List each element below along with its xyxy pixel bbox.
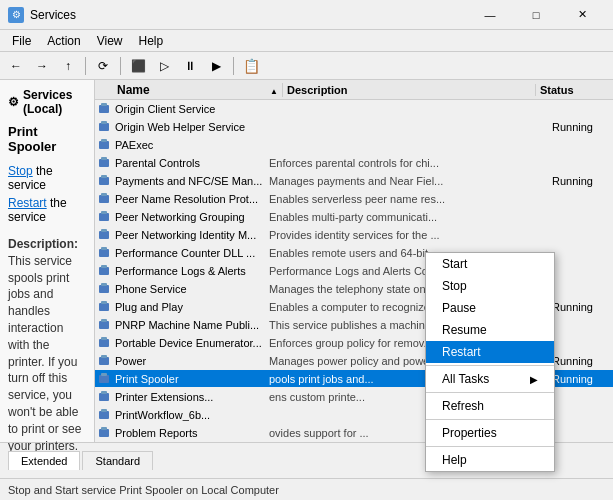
table-row[interactable]: Payments and NFC/SE Man... Manages payme… bbox=[95, 172, 613, 190]
service-icon bbox=[95, 424, 113, 442]
col-status-header[interactable]: Status bbox=[536, 84, 601, 96]
ctx-all-tasks[interactable]: All Tasks ▶ bbox=[426, 368, 554, 390]
refresh-button[interactable]: ⟳ bbox=[91, 55, 115, 77]
restart-service-button[interactable]: ▶ bbox=[204, 55, 228, 77]
sort-arrow bbox=[270, 83, 278, 97]
col-name-header[interactable]: Name bbox=[113, 83, 283, 97]
stop-action: Stop the service bbox=[8, 164, 86, 192]
tab-bar: Extended Standard bbox=[0, 451, 155, 470]
left-panel-title: Services (Local) bbox=[23, 88, 86, 116]
back-button[interactable]: ← bbox=[4, 55, 28, 77]
svg-rect-9 bbox=[101, 175, 107, 178]
ctx-separator-1 bbox=[426, 365, 554, 366]
service-icon bbox=[95, 226, 113, 244]
properties-button[interactable]: 📋 bbox=[239, 55, 263, 77]
svg-rect-30 bbox=[99, 375, 109, 383]
run-service-button[interactable]: ▷ bbox=[152, 55, 176, 77]
table-row[interactable]: Peer Networking Grouping Enables multi-p… bbox=[95, 208, 613, 226]
stop-service-button[interactable]: ⬛ bbox=[126, 55, 150, 77]
svg-rect-10 bbox=[99, 195, 109, 203]
ctx-pause[interactable]: Pause bbox=[426, 297, 554, 319]
title-bar-controls[interactable]: — □ ✕ bbox=[467, 0, 605, 30]
svg-rect-34 bbox=[99, 411, 109, 419]
title-bar-title: Services bbox=[30, 8, 76, 22]
service-icon bbox=[95, 316, 113, 334]
svg-rect-19 bbox=[101, 265, 107, 268]
ctx-help[interactable]: Help bbox=[426, 449, 554, 471]
svg-rect-1 bbox=[101, 103, 107, 106]
service-icon bbox=[95, 172, 113, 190]
svg-rect-12 bbox=[99, 213, 109, 221]
title-bar: ⚙ Services — □ ✕ bbox=[0, 0, 613, 30]
service-name: Origin Web Helper Service bbox=[113, 121, 265, 133]
service-icon bbox=[95, 154, 113, 172]
svg-rect-25 bbox=[101, 319, 107, 322]
context-menu[interactable]: Start Stop Pause Resume Restart All Task… bbox=[425, 252, 555, 472]
left-panel: ⚙ Services (Local) Print Spooler Stop th… bbox=[0, 80, 95, 442]
svg-rect-23 bbox=[101, 301, 107, 304]
service-desc: Enables multi-party communicati... bbox=[265, 211, 548, 223]
menu-file[interactable]: File bbox=[4, 32, 39, 50]
service-icon bbox=[95, 298, 113, 316]
menu-bar: File Action View Help bbox=[0, 30, 613, 52]
ctx-stop[interactable]: Stop bbox=[426, 275, 554, 297]
service-icon bbox=[95, 136, 113, 154]
ctx-start[interactable]: Start bbox=[426, 253, 554, 275]
svg-rect-32 bbox=[99, 393, 109, 401]
service-name: Printer Extensions... bbox=[113, 391, 265, 403]
svg-rect-13 bbox=[101, 211, 107, 214]
ctx-properties[interactable]: Properties bbox=[426, 422, 554, 444]
svg-rect-27 bbox=[101, 337, 107, 340]
title-bar-left: ⚙ Services bbox=[8, 7, 76, 23]
svg-rect-37 bbox=[101, 427, 107, 430]
maximize-button[interactable]: □ bbox=[513, 0, 559, 30]
service-desc: Enables serverless peer name res... bbox=[265, 193, 548, 205]
ctx-restart[interactable]: Restart bbox=[426, 341, 554, 363]
toolbar-separator-3 bbox=[233, 57, 234, 75]
minimize-button[interactable]: — bbox=[467, 0, 513, 30]
stop-link[interactable]: Stop bbox=[8, 164, 33, 178]
toolbar-separator-1 bbox=[85, 57, 86, 75]
menu-help[interactable]: Help bbox=[131, 32, 172, 50]
service-icon bbox=[95, 406, 113, 424]
menu-action[interactable]: Action bbox=[39, 32, 88, 50]
svg-rect-36 bbox=[99, 429, 109, 437]
left-panel-header: ⚙ Services (Local) bbox=[8, 88, 86, 116]
toolbar: ← → ↑ ⟳ ⬛ ▷ ⏸ ▶ 📋 bbox=[0, 52, 613, 80]
restart-link[interactable]: Restart bbox=[8, 196, 47, 210]
svg-rect-20 bbox=[99, 285, 109, 293]
service-status: Running bbox=[548, 121, 613, 133]
table-row[interactable]: Peer Name Resolution Prot... Enables ser… bbox=[95, 190, 613, 208]
svg-rect-6 bbox=[99, 159, 109, 167]
service-icon bbox=[95, 208, 113, 226]
service-name: Print Spooler bbox=[113, 373, 265, 385]
menu-view[interactable]: View bbox=[89, 32, 131, 50]
service-name: Peer Networking Grouping bbox=[113, 211, 265, 223]
pause-service-button[interactable]: ⏸ bbox=[178, 55, 202, 77]
description-body: This service spools print jobs and handl… bbox=[8, 254, 81, 453]
svg-rect-7 bbox=[101, 157, 107, 160]
forward-button[interactable]: → bbox=[30, 55, 54, 77]
ctx-resume[interactable]: Resume bbox=[426, 319, 554, 341]
table-row[interactable]: Peer Networking Identity M... Provides i… bbox=[95, 226, 613, 244]
table-row[interactable]: Parental Controls Enforces parental cont… bbox=[95, 154, 613, 172]
table-row[interactable]: Origin Web Helper Service Running bbox=[95, 118, 613, 136]
up-button[interactable]: ↑ bbox=[56, 55, 80, 77]
selected-service-name: Print Spooler bbox=[8, 124, 86, 154]
svg-rect-24 bbox=[99, 321, 109, 329]
service-status: Running bbox=[548, 301, 613, 313]
service-icon bbox=[95, 388, 113, 406]
main-container: ⚙ Services (Local) Print Spooler Stop th… bbox=[0, 80, 613, 442]
svg-rect-21 bbox=[101, 283, 107, 286]
tab-standard[interactable]: Standard bbox=[82, 451, 153, 470]
close-button[interactable]: ✕ bbox=[559, 0, 605, 30]
table-row[interactable]: PAExec bbox=[95, 136, 613, 154]
tab-extended[interactable]: Extended bbox=[8, 451, 80, 470]
service-name: Peer Name Resolution Prot... bbox=[113, 193, 265, 205]
svg-rect-11 bbox=[101, 193, 107, 196]
service-name: Power bbox=[113, 355, 265, 367]
service-name: Phone Service bbox=[113, 283, 265, 295]
col-desc-header[interactable]: Description bbox=[283, 84, 536, 96]
table-row[interactable]: Origin Client Service bbox=[95, 100, 613, 118]
ctx-refresh[interactable]: Refresh bbox=[426, 395, 554, 417]
